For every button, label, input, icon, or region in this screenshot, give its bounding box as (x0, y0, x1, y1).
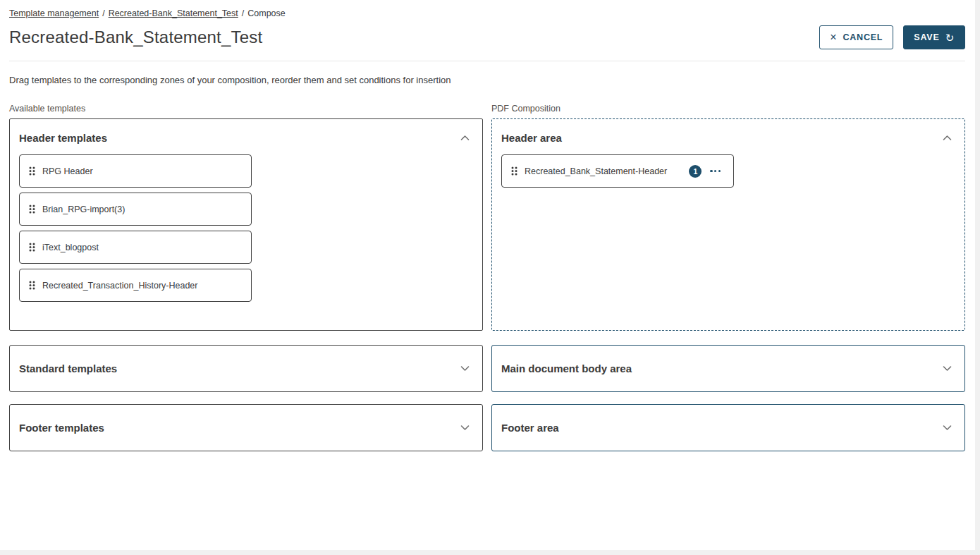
chevron-down-icon[interactable] (943, 365, 952, 372)
template-item-label: Recreated_Transaction_History-Header (42, 281, 197, 291)
cancel-button-label: CANCEL (843, 32, 883, 42)
template-item-label: Brian_RPG-import(3) (42, 205, 125, 214)
save-button[interactable]: SAVE ↻ (903, 25, 965, 49)
chevron-down-icon[interactable] (460, 425, 470, 431)
cancel-button[interactable]: × CANCEL (819, 25, 893, 49)
header-templates-accordion-header[interactable]: Header templates (19, 132, 470, 144)
breadcrumb-current: Compose (247, 8, 286, 18)
header-divider (9, 61, 965, 61)
action-buttons: × CANCEL SAVE ↻ (819, 25, 965, 49)
item-controls: 1 (689, 165, 722, 178)
close-icon: × (830, 32, 837, 43)
instruction-text: Drag templates to the corresponding zone… (9, 75, 965, 85)
chevron-up-icon[interactable] (460, 135, 470, 141)
breadcrumb-link-template[interactable]: Recreated-Bank_Statement_Test (109, 8, 238, 18)
template-item[interactable]: RPG Header (19, 154, 252, 188)
standard-templates-accordion[interactable]: Standard templates (9, 345, 483, 392)
drag-handle-icon[interactable] (29, 281, 35, 290)
header-templates-panel: Header templates RPG Header (9, 118, 483, 331)
vertical-scrollbar[interactable] (975, 0, 980, 555)
pdf-composition-column: Header area Recreated_Bank_Statement-Hea… (491, 118, 965, 451)
drag-handle-icon[interactable] (29, 243, 35, 252)
header-area-list: Recreated_Bank_Statement-Header 1 (501, 154, 952, 188)
section-title: Footer area (501, 422, 559, 434)
page-title: Recreated-Bank_Statement_Test (9, 28, 262, 47)
chevron-down-icon[interactable] (460, 365, 470, 372)
template-item-label: iText_blogpost (42, 243, 99, 252)
section-title: Standard templates (19, 362, 117, 374)
main-document-body-area-accordion[interactable]: Main document body area (491, 345, 965, 392)
condition-count-badge: 1 (689, 165, 702, 178)
kebab-menu-icon[interactable] (709, 169, 722, 173)
section-title: Header area (501, 132, 562, 144)
drag-handle-icon[interactable] (511, 166, 517, 176)
horizontal-scrollbar[interactable] (0, 550, 980, 555)
composition-item[interactable]: Recreated_Bank_Statement-Header 1 (501, 154, 734, 188)
drag-handle-icon[interactable] (29, 166, 35, 176)
section-title: Header templates (19, 132, 107, 144)
section-title: Footer templates (19, 422, 104, 434)
template-item-label: RPG Header (42, 166, 93, 176)
header-templates-list: RPG Header Brian_RPG-import(3) (19, 154, 470, 302)
circular-arrow-icon: ↻ (945, 32, 955, 43)
template-item[interactable]: iText_blogpost (19, 231, 252, 264)
breadcrumb: Template management/Recreated-Bank_State… (9, 8, 965, 18)
footer-area-accordion[interactable]: Footer area (491, 404, 965, 451)
available-templates-column: Header templates RPG Header (9, 118, 483, 451)
header-area-accordion-header[interactable]: Header area (501, 132, 952, 144)
breadcrumb-separator: / (102, 8, 104, 18)
section-title: Main document body area (501, 362, 632, 374)
save-button-label: SAVE (914, 32, 939, 42)
breadcrumb-separator: / (242, 8, 244, 18)
header-area-dropzone[interactable]: Header area Recreated_Bank_Statement-Hea… (491, 118, 965, 331)
available-templates-label: Available templates (9, 104, 483, 114)
composition-item-label: Recreated_Bank_Statement-Header (525, 166, 667, 176)
footer-templates-accordion[interactable]: Footer templates (9, 404, 483, 451)
chevron-down-icon[interactable] (943, 425, 952, 431)
chevron-up-icon[interactable] (943, 135, 952, 141)
breadcrumb-link-template-management[interactable]: Template management (9, 8, 99, 18)
template-item[interactable]: Recreated_Transaction_History-Header (19, 269, 252, 302)
template-item[interactable]: Brian_RPG-import(3) (19, 193, 252, 226)
drag-handle-icon[interactable] (29, 205, 35, 214)
pdf-composition-label: PDF Composition (491, 104, 965, 114)
